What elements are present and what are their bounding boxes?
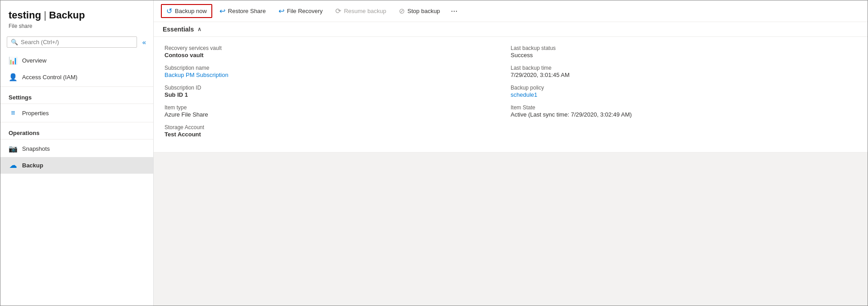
backup-now-button[interactable]: ↺ Backup now	[161, 4, 212, 18]
essentials-item-storage-account: Storage Account Test Account	[164, 124, 511, 138]
properties-icon: ≡	[9, 109, 18, 117]
backup-policy-label: Backup policy	[511, 85, 857, 91]
sidebar-item-access-control[interactable]: 👤 Access Control (IAM)	[0, 69, 153, 86]
search-box[interactable]: 🔍	[7, 36, 137, 48]
nav-divider-operations	[0, 122, 153, 122]
last-backup-status-value: Success	[511, 52, 857, 58]
stop-backup-label: Stop backup	[407, 8, 440, 14]
collapse-button[interactable]: «	[140, 36, 149, 48]
resume-backup-button[interactable]: ⟳ Resume backup	[330, 4, 392, 18]
last-backup-time-value: 7/29/2020, 3:01:45 AM	[511, 72, 857, 78]
sidebar-item-label: Backup	[22, 162, 43, 169]
essentials-item-last-backup-status: Last backup status Success	[511, 45, 857, 58]
essentials-item-last-backup-time: Last backup time 7/29/2020, 3:01:45 AM	[511, 65, 857, 78]
storage-account-value: Test Account	[164, 131, 511, 138]
bottom-bar	[154, 152, 868, 306]
title-separator: |	[44, 9, 46, 21]
sidebar-nav: 📊 Overview 👤 Access Control (IAM) Settin…	[0, 52, 153, 174]
item-state-label: Item State	[511, 104, 857, 111]
essentials-item-item-type: Item type Azure File Share	[164, 104, 511, 118]
file-recovery-icon: ↩	[279, 7, 284, 15]
subscription-id-value: Sub ID 1	[164, 91, 511, 98]
sidebar-item-label: Properties	[22, 110, 49, 117]
essentials-grid: Recovery services vault Contoso vault Su…	[154, 37, 868, 152]
essentials-chevron[interactable]: ∧	[197, 26, 201, 32]
essentials-right-col: Last backup status Success Last backup t…	[511, 45, 857, 144]
subscription-name-value[interactable]: Backup PM Subscription	[164, 72, 511, 78]
backup-now-label: Backup now	[175, 8, 207, 14]
settings-section-label: Settings	[0, 88, 153, 103]
vault-value: Contoso vault	[164, 52, 511, 58]
restore-share-label: Restore Share	[228, 8, 266, 14]
sidebar-item-backup[interactable]: ☁ Backup	[0, 157, 153, 174]
restore-share-button[interactable]: ↩ Restore Share	[214, 4, 271, 18]
sidebar: testing|Backup File share 🔍 « 📊 Overview…	[0, 0, 154, 306]
essentials-item-subscription-name: Subscription name Backup PM Subscription	[164, 65, 511, 78]
overview-icon: 📊	[9, 56, 18, 65]
resource-name: testing	[9, 9, 41, 21]
last-backup-time-label: Last backup time	[511, 65, 857, 71]
backup-now-icon: ↺	[166, 7, 172, 15]
search-icon: 🔍	[11, 39, 18, 45]
page-title: testing|Backup	[0, 5, 153, 22]
sidebar-item-label: Snapshots	[22, 145, 50, 152]
essentials-label: Essentials	[163, 26, 194, 33]
search-input[interactable]	[21, 39, 133, 45]
vault-label: Recovery services vault	[164, 45, 511, 51]
subscription-id-label: Subscription ID	[164, 85, 511, 91]
sidebar-item-snapshots[interactable]: 📷 Snapshots	[0, 140, 153, 157]
nav-divider-settings	[0, 86, 153, 87]
search-row: 🔍 «	[0, 34, 153, 50]
stop-backup-icon: ⊘	[399, 7, 405, 15]
file-recovery-button[interactable]: ↩ File Recovery	[273, 4, 328, 18]
more-button[interactable]: ···	[447, 4, 461, 18]
sidebar-item-overview[interactable]: 📊 Overview	[0, 52, 153, 69]
item-type-label: Item type	[164, 104, 511, 111]
last-backup-status-label: Last backup status	[511, 45, 857, 51]
page-name: Backup	[49, 9, 85, 21]
essentials-item-vault: Recovery services vault Contoso vault	[164, 45, 511, 58]
file-recovery-label: File Recovery	[287, 8, 323, 14]
sidebar-item-label: Access Control (IAM)	[22, 74, 78, 81]
essentials-left-col: Recovery services vault Contoso vault Su…	[164, 45, 511, 144]
restore-share-icon: ↩	[219, 7, 225, 15]
backup-icon: ☁	[9, 161, 18, 170]
backup-policy-value[interactable]: schedule1	[511, 91, 857, 98]
item-state-value: Active (Last sync time: 7/29/2020, 3:02:…	[511, 111, 857, 118]
sidebar-item-label: Overview	[22, 57, 46, 64]
essentials-item-item-state: Item State Active (Last sync time: 7/29/…	[511, 104, 857, 118]
access-control-icon: 👤	[9, 73, 18, 81]
essentials-item-backup-policy: Backup policy schedule1	[511, 85, 857, 98]
resume-backup-icon: ⟳	[335, 7, 341, 15]
essentials-item-subscription-id: Subscription ID Sub ID 1	[164, 85, 511, 98]
essentials-bar: Essentials ∧	[154, 22, 868, 37]
nav-divider-operations-bottom	[0, 139, 153, 140]
subscription-name-label: Subscription name	[164, 65, 511, 71]
resource-type: File share	[0, 23, 153, 29]
sidebar-item-properties[interactable]: ≡ Properties	[0, 105, 153, 121]
snapshots-icon: 📷	[9, 144, 18, 153]
toolbar: ↺ Backup now ↩ Restore Share ↩ File Reco…	[154, 0, 868, 22]
stop-backup-button[interactable]: ⊘ Stop backup	[393, 4, 445, 18]
operations-section-label: Operations	[0, 123, 153, 138]
nav-divider-settings-bottom	[0, 104, 153, 104]
resume-backup-label: Resume backup	[344, 8, 386, 14]
main-content: ↺ Backup now ↩ Restore Share ↩ File Reco…	[154, 0, 868, 306]
item-type-value: Azure File Share	[164, 111, 511, 118]
storage-account-label: Storage Account	[164, 124, 511, 130]
